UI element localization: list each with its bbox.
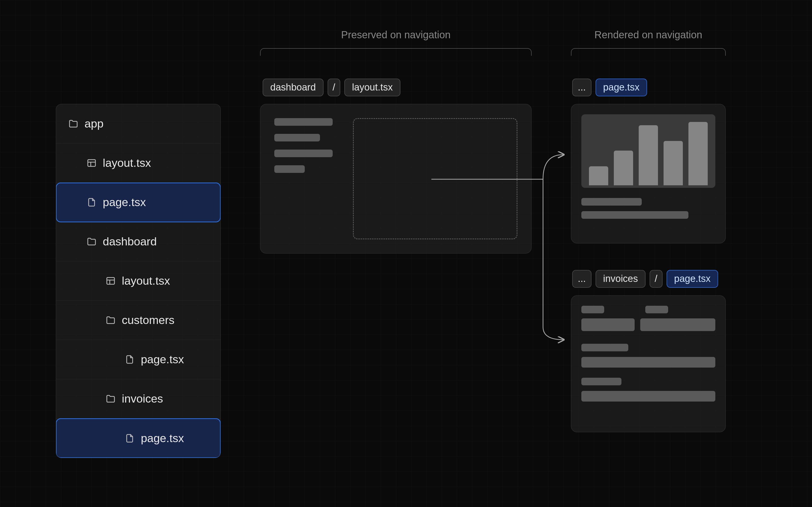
skeleton-line (274, 165, 305, 173)
folder-icon (106, 394, 116, 404)
crumb-separator: / (327, 78, 341, 96)
crumb-dashboard: dashboard (263, 78, 323, 96)
file-icon (124, 433, 135, 443)
layout-preview-card (260, 104, 531, 253)
header-rendered: Rendered on navigation (571, 29, 726, 41)
file-tree-row-layout-tsx[interactable]: layout.tsx (56, 144, 220, 183)
bracket-preserved (260, 48, 531, 56)
file-icon (124, 354, 135, 364)
chart-placeholder (581, 114, 715, 188)
chart-bar (664, 141, 683, 185)
folder-icon (106, 315, 116, 325)
file-tree-label: page.tsx (103, 196, 146, 209)
folder-icon (87, 236, 97, 247)
file-tree-label: customers (122, 314, 174, 327)
crumb-layout-tsx: layout.tsx (344, 78, 400, 96)
skeleton-line (274, 150, 333, 157)
skeleton-block (581, 391, 715, 402)
crumb-ellipsis: ... (572, 78, 592, 96)
crumb-separator: / (650, 270, 663, 288)
file-tree-label: page.tsx (141, 432, 184, 445)
skeleton-line (581, 211, 689, 219)
crumb-page-tsx: page.tsx (667, 270, 718, 288)
file-tree-label: dashboard (103, 235, 157, 248)
chart-bar (614, 151, 633, 185)
skeleton-block (581, 357, 715, 368)
file-tree-row-page-tsx[interactable]: page.tsx (56, 340, 220, 379)
svg-rect-3 (107, 278, 114, 284)
skeleton-line (274, 134, 320, 142)
file-tree-row-invoices[interactable]: invoices (56, 379, 220, 418)
file-tree-label: invoices (122, 392, 163, 405)
breadcrumb-dashboard-page: ... page.tsx (572, 78, 647, 96)
invoices-page-card (571, 295, 726, 432)
svg-rect-0 (88, 160, 95, 167)
chart-bar (589, 166, 608, 185)
file-tree-row-page-tsx[interactable]: page.tsx (56, 418, 220, 458)
file-tree-row-dashboard[interactable]: dashboard (56, 222, 220, 261)
skeleton-line (581, 344, 628, 351)
crumb-page-tsx: page.tsx (596, 78, 647, 96)
file-icon (87, 197, 97, 207)
file-tree-row-app[interactable]: app (56, 104, 220, 144)
file-tree-label: layout.tsx (103, 156, 151, 170)
file-tree-label: layout.tsx (122, 274, 170, 287)
file-tree: applayout.tsxpage.tsxdashboardlayout.tsx… (56, 104, 221, 458)
file-tree-label: app (85, 117, 104, 130)
bracket-rendered (571, 48, 726, 56)
folder-icon (68, 119, 79, 129)
breadcrumb-layout: dashboard / layout.tsx (263, 78, 400, 96)
header-preserved: Preserved on navigation (260, 29, 531, 41)
skeleton-block (581, 319, 635, 331)
breadcrumb-invoices-page: ... invoices / page.tsx (572, 270, 718, 288)
layout-icon (87, 158, 97, 168)
chart-bar (689, 122, 708, 185)
chart-bar (639, 125, 658, 185)
layout-icon (106, 276, 116, 286)
crumb-invoices: invoices (596, 270, 646, 288)
skeleton-line (581, 306, 604, 313)
skeleton-line (581, 198, 642, 206)
crumb-ellipsis: ... (572, 270, 592, 288)
file-tree-row-layout-tsx[interactable]: layout.tsx (56, 261, 220, 301)
file-tree-row-page-tsx[interactable]: page.tsx (56, 183, 220, 222)
dashboard-page-card (571, 104, 726, 243)
layout-sidebar-skeleton (274, 118, 338, 239)
file-tree-row-customers[interactable]: customers (56, 301, 220, 340)
skeleton-line (274, 118, 333, 126)
skeleton-line (645, 306, 668, 313)
file-tree-label: page.tsx (141, 353, 184, 366)
layout-children-slot (353, 118, 517, 239)
skeleton-line (581, 378, 621, 385)
skeleton-block (640, 319, 715, 331)
